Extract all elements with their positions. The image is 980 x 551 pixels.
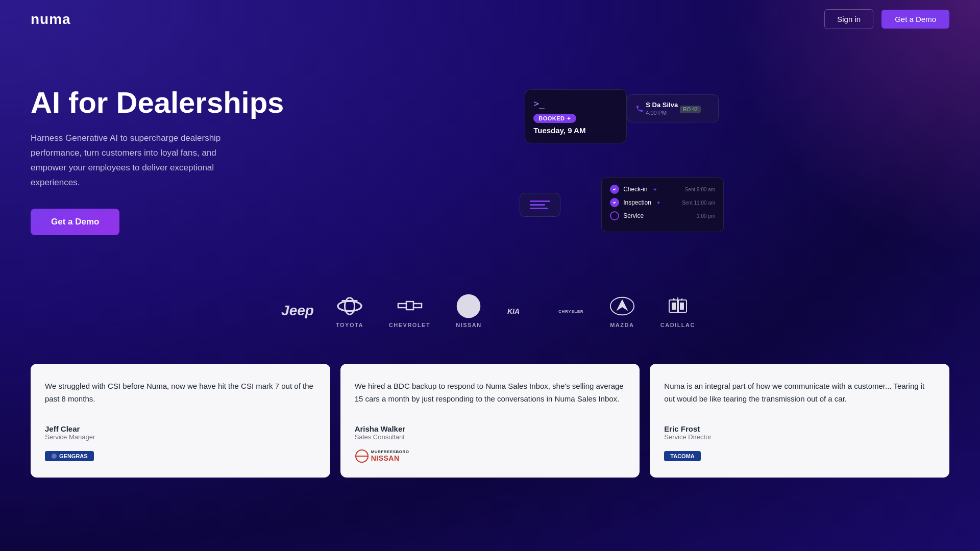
hero-mockup: · · · · · · · ·· · ·· · · >_ BOOKED ✦ Tu… [284,79,949,242]
chevrolet-svg [397,296,423,316]
svg-text:CHRYSLER: CHRYSLER [558,309,583,314]
dealer-logo-tacoma: TACOMA [664,447,935,465]
cadillac-name: CADILLAC [660,322,695,328]
ro-badge: RO 42 [680,104,701,113]
brand-jeep: Jeep [285,298,310,323]
chat-line-3 [530,208,548,209]
cadillac-logo-icon [665,293,691,319]
hero-text: AI for Dealerships Harness Generative AI… [31,86,284,235]
testimonial-card-1: We hired a BDC backup to respond to Numa… [340,364,640,478]
phone-info: S Da Silva 4:00 PM [646,101,678,116]
hero-subtitle: Harness Generative AI to supercharge dea… [31,131,250,190]
dealer-logo-gengras: GENGRAS [45,447,316,465]
brand-chevrolet: CHEVROLET [389,293,430,328]
jeep-wordmark: Jeep [281,303,314,319]
checkmark-icon-2 [612,200,617,205]
spark-icon: ✦ [567,116,571,121]
booked-badge: BOOKED ✦ [533,114,576,123]
terminal-card: >_ BOOKED ✦ Tuesday, 9 AM [525,89,627,143]
murfreesboro-label: MURFREESBORO [371,449,409,454]
phone-contact-name: S Da Silva [646,101,678,109]
svg-point-2 [338,301,361,311]
kia-logo-icon: KIA [507,298,533,323]
dealer-logo-nissan: MURFREESBORO NISSAN [355,447,626,465]
testimonial-name-2: Eric Frost [664,424,935,433]
checklist-label-2: Service [623,212,644,219]
nissan-dealer-label: NISSAN [371,454,409,462]
testimonial-footer-0: Jeff Clear Service Manager GENGRAS [45,416,316,465]
nissan-logo-icon [456,293,481,319]
testimonial-name-1: Arisha Walker [355,424,626,433]
hero-section: AI for Dealerships Harness Generative AI… [0,38,980,273]
brand-cadillac: CADILLAC [660,293,695,328]
svg-point-6 [463,301,474,311]
chat-line-2 [530,204,545,206]
testimonial-quote-0: We struggled with CSI before Numa, now w… [45,380,316,406]
logos-section: Jeep TOYOTA [0,273,980,354]
testimonial-footer-1: Arisha Walker Sales Consultant MURFREESB… [355,416,626,465]
jeep-logo-icon: Jeep [285,298,310,323]
get-demo-nav-button[interactable]: Get a Demo [881,10,949,29]
checkin-spark-icon: ✦ [653,187,657,192]
hero-title: AI for Dealerships [31,86,284,119]
chat-card [520,193,560,217]
testimonial-quote-1: We hired a BDC backup to respond to Numa… [355,380,626,406]
svg-rect-11 [672,303,676,310]
svg-rect-13 [680,303,684,310]
svg-point-14 [52,454,57,459]
testimonials-section: We struggled with CSI before Numa, now w… [0,354,980,508]
signin-button[interactable]: Sign in [824,9,873,29]
transfer-icon [703,105,710,112]
svg-rect-12 [677,300,679,312]
terminal-cursor: >_ [533,98,618,109]
phone-card: S Da Silva 4:00 PM RO 42 [627,94,719,122]
checklist-time-2: 1:00 pm [697,213,715,219]
brand-kia: KIA [507,298,533,323]
brand-chrysler: CHRYSLER [558,298,584,323]
get-demo-hero-button[interactable]: Get a Demo [31,209,119,235]
testimonial-role-0: Service Manager [45,433,316,441]
nissan-dealer-icon [355,449,369,463]
kia-svg: KIA [507,304,533,318]
cadillac-svg [665,296,691,316]
check-circle-inspection [610,198,619,207]
brand-toyota: TOYOTA [336,293,363,328]
nissan-name: NISSAN [456,322,482,328]
testimonial-role-2: Service Director [664,433,935,441]
checklist-time-1: Sent 11:00 am [682,200,715,206]
logo: numa [31,11,71,28]
toyota-name: TOYOTA [336,322,363,328]
gengras-icon [51,453,57,459]
mazda-name: MAZDA [610,322,634,328]
testimonial-role-1: Sales Consultant [355,433,626,441]
checklist-time-0: Sent 9:00 am [685,187,715,192]
testimonial-card-0: We struggled with CSI before Numa, now w… [31,364,330,478]
checkmark-icon [612,187,617,192]
brand-mazda: MAZDA [609,293,635,328]
nav-actions: Sign in Get a Demo [824,9,949,29]
mazda-svg [609,296,635,316]
chevrolet-name: CHEVROLET [389,322,430,328]
checklist-card: Check-in ✦ Sent 9:00 am Inspection ✦ [601,177,724,232]
toyota-logo-icon [337,293,362,319]
svg-text:KIA: KIA [507,307,520,315]
inspection-spark-icon: ✦ [656,200,660,206]
appointment-time: Tuesday, 9 AM [533,126,618,135]
navbar: numa Sign in Get a Demo [0,0,980,38]
testimonial-footer-2: Eric Frost Service Director TACOMA [664,416,935,465]
chevrolet-logo-icon [397,293,423,319]
mazda-logo-icon [609,293,635,319]
mockup-container: · · · · · · · ·· · ·· · · >_ BOOKED ✦ Tu… [525,89,708,232]
check-circle-service [610,211,619,220]
checklist-item-1: Inspection ✦ Sent 11:00 am [610,198,715,207]
testimonial-name-0: Jeff Clear [45,424,316,433]
brand-nissan: NISSAN [456,293,482,328]
dots-decoration-left: · · ·· · ·· · · [504,195,522,212]
checklist-label-0: Check-in [623,186,647,193]
phone-icon [635,105,644,113]
dots-decoration-top: · · · · · [647,79,678,85]
nissan-svg [456,293,481,319]
toyota-svg [337,296,362,316]
chat-line-1 [530,201,550,202]
phone-time: 4:00 PM [646,110,678,116]
